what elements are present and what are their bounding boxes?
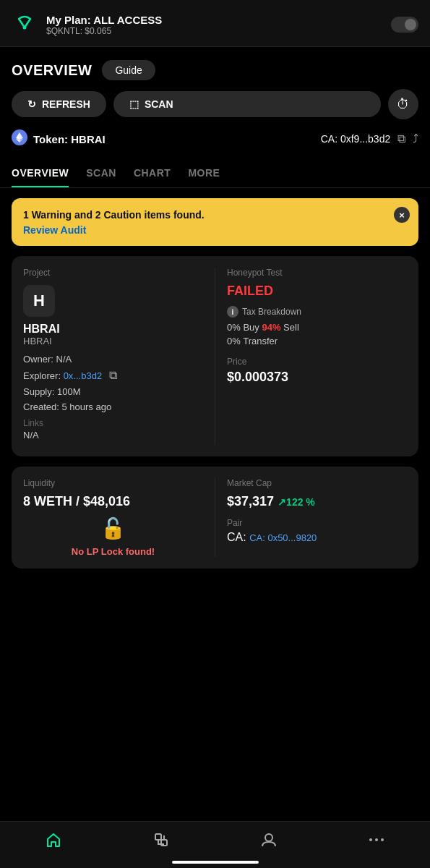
toggle-switch[interactable] <box>391 17 418 33</box>
tab-chart[interactable]: CHART <box>134 160 171 187</box>
project-section: Project H HBRAI HBRAI Owner: N/A Explore… <box>23 268 215 445</box>
overview-header: OVERVIEW Guide <box>0 47 430 89</box>
svg-rect-7 <box>155 834 161 840</box>
tab-bar: OVERVIEW SCAN CHART MORE <box>0 160 430 188</box>
token-row: Token: HBRAI CA: 0xf9...b3d2 ⧉ ⤴ <box>0 129 430 160</box>
links-value: N/A <box>23 430 203 441</box>
svg-point-9 <box>265 834 272 841</box>
price-value: $0.000373 <box>227 370 407 385</box>
sell-tax-value: 94% <box>262 322 280 333</box>
review-audit-link[interactable]: Review Audit <box>23 224 205 236</box>
price-label: Price <box>227 357 407 367</box>
ca-label: CA: 0xf9...b3d2 <box>321 133 391 145</box>
lp-lock-text: No LP Lock found! <box>72 546 155 557</box>
guide-button[interactable]: Guide <box>102 60 155 80</box>
nav-swap[interactable] <box>152 830 171 854</box>
svg-point-0 <box>12 10 38 36</box>
buy-tax-row: 0% Buy 94% Sell <box>227 322 407 333</box>
scan-icon: ⬚ <box>129 98 139 110</box>
project-label: Project <box>23 268 203 278</box>
explorer-link[interactable]: 0x...b3d2 <box>64 370 103 381</box>
svg-point-11 <box>375 838 378 841</box>
mc-value: $37,317 ↗122 % <box>227 494 407 509</box>
info-icon: i <box>227 306 238 318</box>
project-logo: H <box>23 285 55 317</box>
mc-change: ↗122 % <box>278 496 315 508</box>
history-button[interactable]: ⏱ <box>388 89 418 119</box>
token-ca: CA: 0xf9...b3d2 ⧉ ⤴ <box>321 132 418 145</box>
home-icon <box>44 830 63 854</box>
explorer-label: Explorer: <box>23 370 64 381</box>
scan-button[interactable]: ⬚ SCAN <box>113 91 381 117</box>
app-logo <box>12 10 38 39</box>
info-card: Project H HBRAI HBRAI Owner: N/A Explore… <box>12 256 418 456</box>
owner-row: Owner: N/A <box>23 354 203 365</box>
pair-ca: CA: CA: 0x50...9820 <box>227 531 407 544</box>
supply-row: Supply: 100M <box>23 386 203 397</box>
profile-icon <box>259 830 278 854</box>
warning-close-button[interactable]: × <box>394 207 410 223</box>
nav-home[interactable] <box>44 830 63 854</box>
svg-point-10 <box>369 838 372 841</box>
lock-icon: 🔓 <box>100 516 126 540</box>
liquidity-card: Liquidity 8 WETH / $48,016 🔓 No LP Lock … <box>12 467 418 569</box>
nav-profile[interactable] <box>259 830 278 854</box>
honeypot-status: FAILED <box>227 284 407 299</box>
copy-icon[interactable]: ⧉ <box>397 132 405 145</box>
plan-title: My Plan: ALL ACCESS <box>46 14 382 26</box>
tab-more[interactable]: MORE <box>188 160 220 187</box>
liquidity-label: Liquidity <box>23 478 203 488</box>
pair-label-text: CA: <box>227 531 249 543</box>
honeypot-label: Honeypot Test <box>227 268 407 278</box>
lp-lock-area: 🔓 No LP Lock found! <box>23 516 203 557</box>
tax-breakdown-label: i Tax Breakdown <box>227 306 407 318</box>
liquidity-value: 8 WETH / $48,016 <box>23 494 203 509</box>
swap-icon <box>152 830 171 854</box>
svg-point-12 <box>381 838 384 841</box>
mc-label: Market Cap <box>227 478 407 488</box>
eth-icon <box>12 129 27 148</box>
explorer-row: Explorer: 0x...b3d2 ⧉ <box>23 369 203 382</box>
marketcap-section: Market Cap $37,317 ↗122 % Pair CA: CA: 0… <box>215 478 407 557</box>
warning-text: 1 Warning and 2 Caution items found. <box>23 209 205 221</box>
app-header: My Plan: ALL ACCESS $QKNTL: $0.065 <box>0 0 430 47</box>
tab-overview[interactable]: OVERVIEW <box>12 160 69 187</box>
project-name: HBRAI <box>23 323 203 336</box>
home-indicator <box>172 861 259 864</box>
created-row: Created: 5 hours ago <box>23 401 203 412</box>
pair-ca-link[interactable]: CA: 0x50...9820 <box>249 532 317 543</box>
pair-label: Pair <box>227 518 407 528</box>
refresh-icon: ↻ <box>27 98 36 110</box>
action-row: ↻ REFRESH ⬚ SCAN ⏱ <box>0 89 430 129</box>
honeypot-section: Honeypot Test FAILED i Tax Breakdown 0% … <box>215 268 407 445</box>
refresh-button[interactable]: ↻ REFRESH <box>12 91 106 117</box>
overview-title: OVERVIEW <box>12 62 92 79</box>
transfer-tax-row: 0% Transfer <box>227 336 407 346</box>
share-icon[interactable]: ⤴ <box>413 132 418 145</box>
liquidity-section: Liquidity 8 WETH / $48,016 🔓 No LP Lock … <box>23 478 215 557</box>
explorer-copy-icon[interactable]: ⧉ <box>109 369 117 381</box>
token-name: Token: HBRAI <box>33 133 106 145</box>
links-label: Links <box>23 418 203 428</box>
token-price: $QKNTL: $0.065 <box>46 26 382 36</box>
nav-more[interactable] <box>367 830 386 854</box>
more-icon <box>367 830 386 854</box>
project-ticker: HBRAI <box>23 336 203 346</box>
history-icon: ⏱ <box>397 97 410 112</box>
header-info: My Plan: ALL ACCESS $QKNTL: $0.065 <box>46 14 382 36</box>
warning-banner: 1 Warning and 2 Caution items found. Rev… <box>12 198 418 246</box>
svg-point-1 <box>23 26 27 30</box>
tab-scan[interactable]: SCAN <box>86 160 116 187</box>
